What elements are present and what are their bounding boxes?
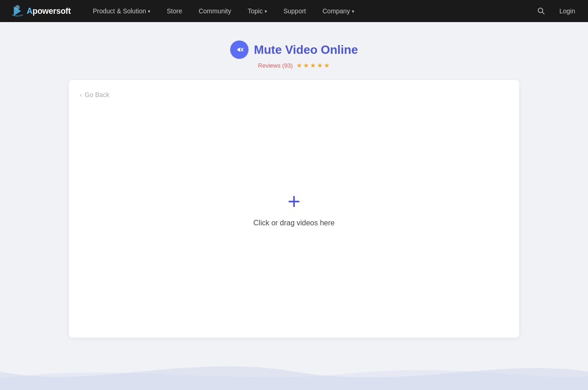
go-back-button[interactable]: ‹ Go Back [80,91,109,98]
main-content: Mute Video Online Reviews (93) ★ ★ ★ ★ ★… [0,22,588,365]
main-nav: Apowersoft Product & Solution ▾ Store Co… [0,0,588,22]
tool-icon [230,40,249,59]
drop-label: Click or drag videos here [254,219,335,227]
tool-meta: Reviews (93) ★ ★ ★ ★ ★ [258,62,330,69]
nav-item-support[interactable]: Support [275,0,314,22]
drop-zone[interactable]: + Click or drag videos here [80,108,508,310]
chevron-down-icon: ▾ [148,9,150,14]
search-icon[interactable] [534,4,548,18]
nav-item-topic[interactable]: Topic ▾ [239,0,275,22]
nav-item-store[interactable]: Store [158,0,190,22]
nav-item-company[interactable]: Company ▾ [314,0,362,22]
tool-title: Mute Video Online [254,43,358,57]
reviews-link[interactable]: Reviews (93) [258,62,293,69]
tool-title-row: Mute Video Online [230,40,358,59]
chevron-down-icon: ▾ [352,9,354,14]
login-button[interactable]: Login [556,6,579,17]
upload-container: ‹ Go Back + Click or drag videos here [69,80,519,338]
star-rating: ★ ★ ★ ★ ★ [296,62,330,69]
tool-header: Mute Video Online Reviews (93) ★ ★ ★ ★ ★ [230,40,358,69]
logo-text: Apowersoft [27,6,71,16]
logo[interactable]: Apowersoft [9,3,71,19]
nav-item-product[interactable]: Product & Solution ▾ [85,0,158,22]
plus-icon: + [288,190,300,212]
chevron-left-icon: ‹ [80,92,82,98]
nav-right: Login [534,4,579,18]
svg-point-2 [15,5,20,10]
svg-line-4 [542,12,544,14]
nav-item-community[interactable]: Community [190,0,239,22]
chevron-down-icon: ▾ [265,9,267,14]
nav-links: Product & Solution ▾ Store Community Top… [85,0,534,22]
